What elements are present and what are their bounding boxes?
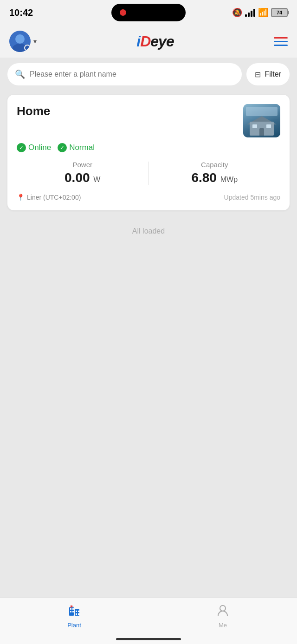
plant-tab-icon xyxy=(68,604,81,620)
online-check-icon: ✓ xyxy=(17,143,26,152)
svg-point-12 xyxy=(220,605,226,611)
plant-location: 📍 Liner (UTC+02:00) xyxy=(17,194,81,201)
normal-check-icon: ✓ xyxy=(58,143,67,152)
svg-rect-8 xyxy=(76,613,77,615)
plant-footer: 📍 Liner (UTC+02:00) Updated 5mins ago xyxy=(17,194,280,201)
power-unit: W xyxy=(93,176,100,183)
location-text: Liner (UTC+02:00) xyxy=(27,194,81,201)
svg-rect-3 xyxy=(72,608,74,610)
svg-rect-6 xyxy=(76,611,77,612)
plant-updated: Updated 5mins ago xyxy=(224,194,280,201)
capacity-value: 6.80 MWp xyxy=(149,170,281,185)
app-logo: iDeye xyxy=(136,33,174,50)
tab-plant-label: Plant xyxy=(67,622,81,629)
power-metric: Power 0.00 W xyxy=(17,161,148,185)
plant-card-header: Home xyxy=(17,104,280,137)
content-spacer xyxy=(0,245,297,477)
power-value: 0.00 W xyxy=(17,170,148,185)
signal-icon xyxy=(245,8,255,17)
svg-rect-10 xyxy=(71,605,71,608)
all-loaded-text: All loaded xyxy=(0,218,297,245)
svg-marker-11 xyxy=(71,605,74,607)
normal-label: Normal xyxy=(69,143,95,152)
chevron-down-icon[interactable]: ▾ xyxy=(33,38,37,45)
plant-status: ✓ Online ✓ Normal xyxy=(17,143,280,152)
home-indicator xyxy=(116,638,181,640)
plant-info: Home xyxy=(17,104,50,118)
tab-bar: Plant Me xyxy=(0,598,297,644)
menu-button[interactable] xyxy=(274,37,288,46)
recording-indicator xyxy=(120,9,126,16)
plant-card[interactable]: Home ✓ Online ✓ Normal xyxy=(7,95,290,210)
search-input[interactable] xyxy=(30,70,234,78)
svg-rect-9 xyxy=(78,613,79,615)
status-time: 10:42 xyxy=(9,7,33,18)
tab-me[interactable]: Me xyxy=(148,604,297,629)
svg-rect-7 xyxy=(78,611,79,612)
notification-bell-icon: 🔕 xyxy=(232,7,242,18)
normal-status-badge: ✓ Normal xyxy=(58,143,95,152)
capacity-label: Capacity xyxy=(149,161,281,169)
location-icon: 📍 xyxy=(17,194,25,201)
power-label: Power xyxy=(17,161,148,169)
logo-rest: eye xyxy=(150,33,174,50)
filter-button[interactable]: ⊟ Filter xyxy=(246,63,290,85)
search-container: 🔍 ⊟ Filter xyxy=(0,58,297,91)
avatar-container[interactable]: ▾ xyxy=(9,31,37,52)
logo-i: i xyxy=(136,33,140,50)
tab-plant[interactable]: Plant xyxy=(0,604,148,629)
svg-rect-5 xyxy=(72,611,74,612)
plant-name: Home xyxy=(17,104,50,118)
wifi-icon: 📶 xyxy=(258,7,268,18)
me-tab-icon xyxy=(216,604,229,620)
logo-deye: D xyxy=(140,33,150,50)
search-input-wrapper[interactable]: 🔍 xyxy=(7,63,242,85)
tab-me-label: Me xyxy=(219,622,227,629)
plant-metrics: Power 0.00 W Capacity 6.80 MWp xyxy=(17,161,280,185)
capacity-unit: MWp xyxy=(220,176,238,183)
svg-rect-4 xyxy=(70,611,71,612)
status-bar: 10:42 🔕 📶 74 xyxy=(0,0,297,25)
dynamic-island xyxy=(111,4,186,21)
filter-icon: ⊟ xyxy=(255,70,261,79)
status-icons: 🔕 📶 74 xyxy=(232,7,288,18)
online-status-badge: ✓ Online xyxy=(17,143,51,152)
app-header: ▾ iDeye xyxy=(0,25,297,58)
svg-rect-2 xyxy=(70,608,71,610)
plant-thumbnail xyxy=(243,104,280,137)
battery-icon: 74 xyxy=(271,8,288,17)
search-icon: 🔍 xyxy=(15,69,25,79)
avatar[interactable] xyxy=(9,31,31,52)
online-label: Online xyxy=(28,143,51,152)
capacity-metric: Capacity 6.80 MWp xyxy=(149,161,281,185)
